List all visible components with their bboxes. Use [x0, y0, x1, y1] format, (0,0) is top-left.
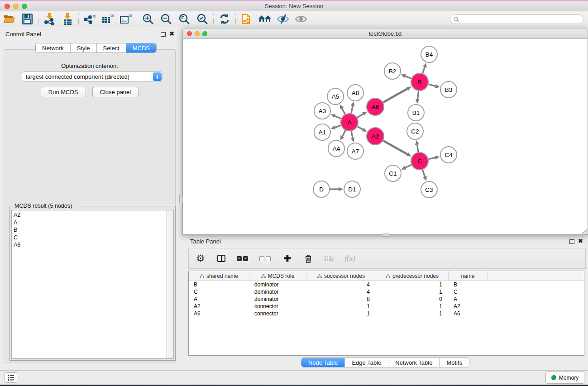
graph-edge[interactable]: [429, 157, 435, 159]
result-item[interactable]: B: [14, 226, 167, 234]
network-graph[interactable]: B4B2BB3A8A5A6A3B1AC2A1A2A4A7C4CC1C3DD1: [183, 39, 588, 234]
table-cell[interactable]: 8: [306, 295, 376, 303]
table-cell[interactable]: A6: [189, 310, 249, 317]
select-all-icon[interactable]: ✓✓: [237, 252, 249, 265]
table-cell[interactable]: B: [189, 281, 249, 288]
show-eye-icon[interactable]: [292, 12, 310, 26]
import-network-icon[interactable]: [40, 12, 58, 26]
graph-edge[interactable]: [405, 165, 411, 167]
table-cell[interactable]: 1: [306, 303, 376, 310]
table-row[interactable]: Adominator80A: [189, 295, 584, 303]
table-cell[interactable]: A2: [189, 303, 249, 310]
column-header-shared-name[interactable]: shared name: [189, 271, 249, 281]
resize-grip-icon[interactable]: [582, 229, 587, 234]
tab-mcds[interactable]: MCDS: [126, 43, 156, 52]
table-cell[interactable]: B: [449, 281, 488, 288]
tab-network[interactable]: Network: [36, 43, 71, 52]
graph-edge[interactable]: [417, 145, 418, 152]
table-cell[interactable]: 4: [306, 288, 376, 295]
tab-node-table[interactable]: Node Table: [301, 358, 345, 367]
delete-table-icon[interactable]: [324, 252, 335, 265]
split-panel-icon[interactable]: [216, 252, 227, 265]
graph-edge[interactable]: [342, 108, 345, 114]
split-divider-handle[interactable]: [179, 195, 183, 203]
table-cell[interactable]: 1: [306, 310, 376, 317]
zoom-in-icon[interactable]: [139, 12, 157, 26]
search-field[interactable]: [450, 14, 583, 24]
result-item[interactable]: A6: [14, 241, 167, 249]
graph-edge[interactable]: [335, 116, 341, 119]
close-panel-icon[interactable]: ✖: [578, 239, 583, 243]
graph-edge[interactable]: [351, 106, 353, 113]
memory-button[interactable]: Memory: [545, 372, 584, 384]
run-mcds-button[interactable]: Run MCDS: [41, 87, 86, 97]
zoom-out-icon[interactable]: [157, 12, 175, 26]
optimization-criterion-select[interactable]: largest connected component (directed) ▲…: [22, 71, 163, 82]
network-from-selection-icon[interactable]: [238, 12, 256, 26]
table-row[interactable]: Cdominator41C: [189, 288, 584, 295]
tab-select[interactable]: Select: [97, 43, 126, 52]
column-header-name[interactable]: name: [449, 271, 488, 281]
result-item[interactable]: A2: [14, 211, 167, 219]
network-window-titlebar[interactable]: testGlobe.txt: [182, 28, 588, 39]
table-cell[interactable]: 0: [376, 295, 449, 303]
save-session-icon[interactable]: [18, 12, 36, 26]
tab-motifs[interactable]: Motifs: [440, 358, 469, 367]
export-network-icon[interactable]: [81, 12, 99, 26]
column-header-predecessor-nodes[interactable]: predecessor nodes: [376, 271, 449, 281]
graph-edge[interactable]: [357, 114, 363, 118]
mcds-result-list[interactable]: A2ABCA6: [11, 210, 167, 359]
result-scrollbar[interactable]: [167, 210, 174, 359]
graph-edge[interactable]: [428, 84, 435, 86]
result-item[interactable]: A: [14, 219, 167, 227]
graph-edge[interactable]: [383, 89, 407, 102]
show-panels-button[interactable]: [5, 372, 17, 383]
close-panel-icon[interactable]: ✖: [169, 32, 174, 36]
tab-edge-table[interactable]: Edge Table: [345, 358, 388, 367]
table-cell[interactable]: connector: [249, 303, 306, 310]
table-cell[interactable]: 1: [376, 281, 449, 288]
table-cell[interactable]: C: [449, 288, 488, 295]
table-cell[interactable]: C: [189, 288, 249, 295]
home-icon[interactable]: [256, 12, 274, 26]
result-item[interactable]: C: [14, 234, 167, 242]
table-cell[interactable]: A6: [449, 310, 488, 317]
float-panel-icon[interactable]: [161, 32, 166, 37]
add-column-icon[interactable]: ✚: [282, 252, 293, 265]
graph-edge[interactable]: [422, 170, 425, 177]
graph-edge[interactable]: [383, 141, 407, 154]
table-cell[interactable]: A: [189, 295, 249, 303]
column-header-successor-nodes[interactable]: successor nodes: [306, 271, 376, 281]
table-row[interactable]: A2connector11A2: [189, 303, 584, 310]
zoom-fit-icon[interactable]: [175, 12, 193, 26]
deselect-all-icon[interactable]: [259, 252, 272, 265]
graph-edge[interactable]: [418, 91, 419, 99]
graph-edge[interactable]: [335, 125, 341, 128]
float-panel-icon[interactable]: [569, 239, 574, 244]
tab-style[interactable]: Style: [71, 43, 97, 52]
table-cell[interactable]: 1: [376, 288, 449, 295]
graph-edge[interactable]: [351, 131, 353, 138]
import-table-icon[interactable]: [58, 12, 76, 26]
table-cell[interactable]: A: [449, 295, 488, 303]
function-icon[interactable]: f(x): [344, 252, 355, 265]
table-cell[interactable]: connector: [249, 310, 306, 317]
graph-edge[interactable]: [405, 76, 411, 78]
open-folder-icon[interactable]: [0, 12, 18, 26]
settings-gear-icon[interactable]: ⚙: [195, 252, 206, 265]
column-header-mcds-role[interactable]: MCDS role: [249, 271, 306, 281]
export-image-icon[interactable]: [117, 12, 135, 26]
table-cell[interactable]: 1: [376, 310, 449, 317]
table-cell[interactable]: 1: [376, 303, 449, 310]
close-panel-button[interactable]: Close panel: [92, 87, 139, 97]
zoom-selected-icon[interactable]: [193, 12, 211, 26]
network-canvas[interactable]: B4B2BB3A8A5A6A3B1AC2A1A2A4A7C4CC1C3DD1: [182, 39, 588, 235]
table-cell[interactable]: dominator: [249, 281, 306, 288]
delete-column-icon[interactable]: [303, 252, 314, 265]
table-row[interactable]: Bdominator41B: [189, 281, 584, 288]
table-cell[interactable]: dominator: [249, 288, 306, 295]
search-input[interactable]: [459, 16, 577, 23]
export-table-icon[interactable]: [99, 12, 117, 26]
tab-network-table[interactable]: Network Table: [388, 358, 440, 367]
graph-edge[interactable]: [358, 127, 363, 130]
